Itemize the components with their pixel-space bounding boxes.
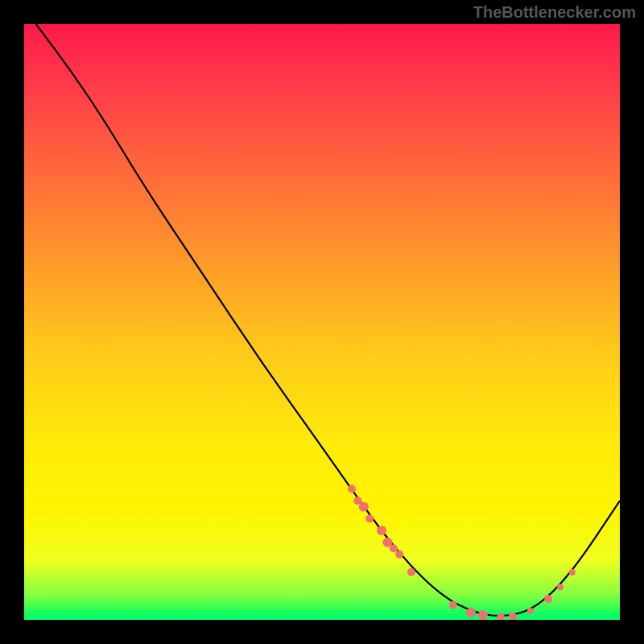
data-markers-group	[348, 485, 576, 620]
data-marker	[348, 485, 356, 493]
data-marker	[557, 584, 564, 590]
data-marker	[497, 613, 505, 620]
data-marker	[395, 551, 403, 559]
data-marker	[390, 544, 398, 552]
watermark-text: TheBottlenecker.com	[473, 3, 636, 22]
data-marker	[449, 601, 457, 609]
data-marker	[407, 568, 415, 576]
data-marker	[527, 608, 534, 614]
data-marker	[365, 514, 374, 522]
data-marker	[377, 526, 386, 535]
data-marker	[466, 608, 476, 617]
bottleneck-curve-line	[36, 24, 620, 616]
plot-area	[24, 24, 620, 620]
data-marker	[544, 595, 552, 603]
chart-svg	[24, 24, 620, 620]
data-marker	[569, 569, 576, 576]
data-marker	[478, 610, 488, 620]
data-marker	[359, 502, 369, 511]
